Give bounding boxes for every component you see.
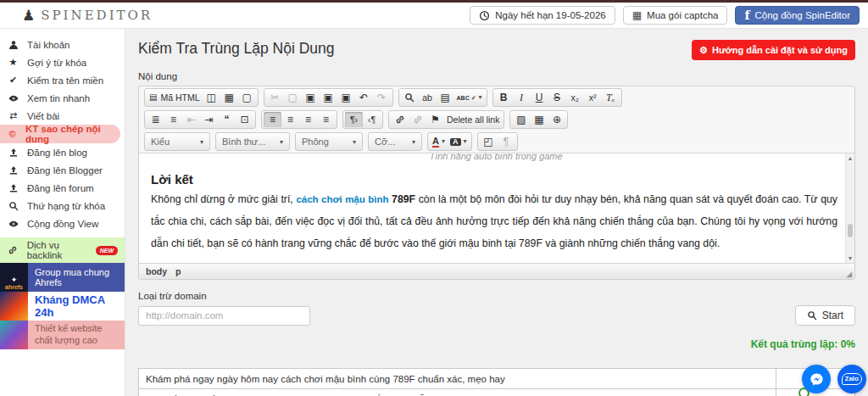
outdent-button[interactable]: ⇤ <box>182 112 200 127</box>
editor-content-area[interactable]: Tính năng auto bình trong game Lời kết K… <box>139 153 854 263</box>
table-row: Khám phá ngay ngày hôm nay cách chơi mậu… <box>139 369 854 389</box>
upload-icon <box>7 165 19 176</box>
scrollbar-thumb[interactable] <box>848 224 853 237</box>
sidebar-item-label: Đăng lên blog <box>27 148 87 158</box>
undo-button[interactable]: ↶ <box>355 90 373 105</box>
start-button[interactable]: Start <box>795 305 855 326</box>
guide-button[interactable]: ⚙ Hướng dẫn cài đặt và sử dụng <box>692 40 855 60</box>
sidebar-item-label: Đăng lên forum <box>27 183 94 193</box>
sidebar-item-post-forum[interactable]: Đăng lên forum <box>0 179 125 197</box>
eye-icon <box>7 93 19 103</box>
promo-dmca[interactable]: Kháng DMCA 24h <box>0 292 125 321</box>
ahrefs-thumbnail: ✦ ahrefs <box>0 263 28 292</box>
remove-format-button[interactable]: Tₓ <box>602 90 620 105</box>
div-container-button[interactable]: ⊡ <box>236 112 253 127</box>
clock-icon <box>479 10 490 21</box>
redo-button[interactable]: ↷ <box>373 90 391 105</box>
unlink-button[interactable] <box>409 112 426 127</box>
insert-table-button[interactable]: ▦ <box>530 112 548 127</box>
text-direction-ltr-button[interactable]: ¶› <box>345 112 363 127</box>
scroll-up-icon[interactable]: ▲ <box>848 155 854 161</box>
sidebar-item-account[interactable]: Tài khoản <box>0 36 125 53</box>
sidebar-item-quick-news[interactable]: Xem tin nhanh <box>0 89 125 107</box>
text-direction-rtl-button[interactable]: ‹¶ <box>363 112 381 127</box>
align-left-button[interactable]: ≡ <box>264 112 281 127</box>
anchor-button[interactable]: ⚑ <box>426 112 444 127</box>
expiry-date-button[interactable]: Ngày hết hạn 19-05-2026 <box>470 6 615 25</box>
resize-handle-icon[interactable]: ◢ <box>847 271 852 278</box>
align-right-button[interactable]: ≡ <box>299 112 317 127</box>
spellcheck-button[interactable]: ABC ✓▾ <box>454 90 485 105</box>
paste-word-button[interactable]: ▣ <box>337 90 355 105</box>
spineditor-logo-icon: ♟ <box>22 8 35 23</box>
insert-iframe-button[interactable]: ⊕ <box>548 112 565 127</box>
community-facebook-button[interactable]: f Cộng đồng SpinEditor <box>735 6 860 25</box>
templates-button[interactable]: ▢ <box>238 90 256 105</box>
delete-all-links-button[interactable]: Delete all link <box>444 112 502 127</box>
sidebar-item-post-blog[interactable]: Đăng lên blog <box>0 143 125 161</box>
messenger-chat-button[interactable] <box>802 365 831 393</box>
promo-ahrefs-group[interactable]: ✦ ahrefs Group mua chung Ahrefs <box>0 263 125 292</box>
element-path-body[interactable]: body <box>146 266 167 276</box>
insert-link-button[interactable] <box>391 112 409 127</box>
promo-web-design[interactable]: Thiết kế website chất lượng cao <box>0 321 125 349</box>
text-color-button[interactable]: A▾ <box>430 134 448 149</box>
align-center-button[interactable]: ≡ <box>281 112 299 127</box>
spineditor-logo[interactable]: ♟ SPINEDITOR <box>22 8 153 23</box>
font-dropdown[interactable]: Phông▾ <box>295 132 363 151</box>
select-all-button[interactable]: ▤ <box>437 90 454 105</box>
sidebar-item-label: Cộng đồng View <box>27 219 98 229</box>
cut-button[interactable]: ✂ <box>266 90 284 105</box>
align-justify-button[interactable]: ≡ <box>317 112 335 127</box>
blockquote-button[interactable]: “ <box>218 112 236 127</box>
italic-button[interactable]: I <box>513 90 531 105</box>
chevron-down-icon: ▾ <box>280 138 283 146</box>
results-table: Khám phá ngay ngày hôm nay cách chơi mậu… <box>138 368 855 396</box>
eye-icon <box>7 219 19 229</box>
format-dropdown[interactable]: Bình thư...▾ <box>215 132 290 151</box>
find-button[interactable] <box>401 90 419 105</box>
ahrefs-logo-text: ahrefs <box>5 284 23 292</box>
promo-label: Kháng DMCA 24h <box>28 292 125 321</box>
hand-cursor-icon: ✦ <box>11 276 18 284</box>
exclude-domain-input[interactable] <box>138 306 310 326</box>
editor-scrollbar[interactable]: ▲ ▼ <box>845 153 854 263</box>
scroll-down-icon[interactable]: ▼ <box>848 255 854 261</box>
underline-button[interactable]: U <box>531 90 548 105</box>
bullet-list-button[interactable]: ≡ <box>164 112 182 127</box>
sidebar-item-copy-check-active[interactable]: © KT sao chép nội dung <box>0 125 120 143</box>
sidebar-item-keyword-suggest[interactable]: ★ Gợi ý từ khóa <box>0 53 125 71</box>
sidebar-item-write-article[interactable]: ⇄ Viết bài <box>0 107 125 125</box>
numbered-list-button[interactable]: ≣ <box>147 112 164 127</box>
main-content: Kiểm Tra Trùng Lặp Nội Dung ⚙ Hướng dẫn … <box>125 29 868 396</box>
sidebar-item-backlink-service[interactable]: Dịch vụ backlink NEW <box>0 237 125 263</box>
inline-link[interactable]: cách chơi mậu bình <box>296 194 388 204</box>
superscript-button[interactable]: x² <box>584 90 602 105</box>
sidebar-item-community-view[interactable]: Cộng đồng View <box>0 215 125 232</box>
bg-color-button[interactable]: A▾ <box>448 134 470 149</box>
maximize-button[interactable]: ◰ <box>480 134 498 149</box>
check-icon: ✔ <box>7 75 19 86</box>
sidebar-item-domain-check[interactable]: ✔ Kiểm tra tên miền <box>0 71 125 89</box>
indent-button[interactable]: ⇥ <box>200 112 218 127</box>
subscript-button[interactable]: x₂ <box>566 90 584 105</box>
html-source-button[interactable]: ▤Mã HTML <box>147 90 203 105</box>
show-blocks-button[interactable]: ¶ <box>498 134 515 149</box>
font-size-dropdown[interactable]: Cỡ...▾ <box>368 132 422 151</box>
bold-button[interactable]: B <box>495 90 513 105</box>
paste-button[interactable]: ▣ <box>302 90 320 105</box>
strikethrough-button[interactable]: S <box>548 90 566 105</box>
styles-dropdown[interactable]: Kiểu▾ <box>144 132 210 151</box>
paste-text-button[interactable]: ▣ <box>320 90 337 105</box>
print-button[interactable]: ▦ <box>220 90 238 105</box>
sidebar-item-post-blogger[interactable]: Đăng lên Blogger <box>0 161 125 179</box>
copy-button[interactable]: ▢ <box>284 90 302 105</box>
chevron-down-icon: ▾ <box>353 138 356 146</box>
element-path-p[interactable]: p <box>175 266 181 276</box>
preview-button[interactable]: ◫ <box>203 90 220 105</box>
zalo-chat-button[interactable]: Zalo <box>837 365 866 393</box>
buy-captcha-button[interactable]: ▦ Mua gói captcha <box>623 6 728 25</box>
sidebar-item-keyword-rank[interactable]: Thứ hạng từ khóa <box>0 197 125 215</box>
insert-image-button[interactable]: ▨ <box>512 112 530 127</box>
replace-button[interactable]: ab <box>419 90 437 105</box>
